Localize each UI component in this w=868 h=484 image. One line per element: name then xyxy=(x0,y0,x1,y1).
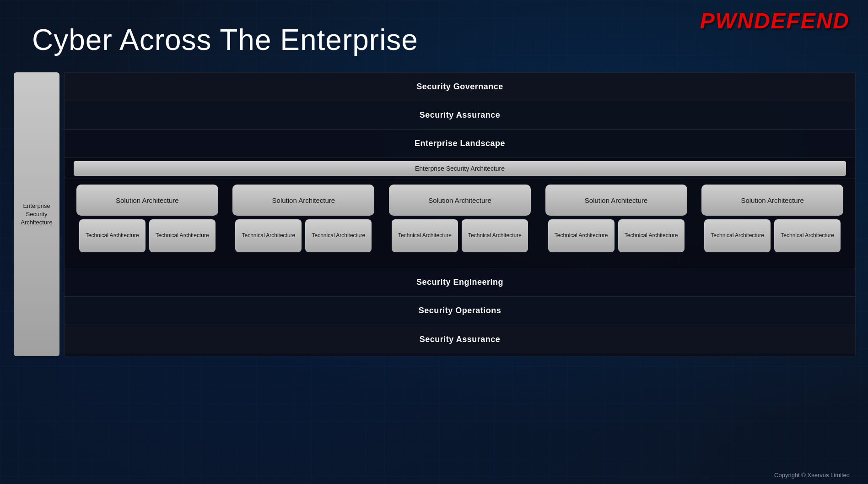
tech-box-3-1: Technical Architecture xyxy=(392,219,458,252)
tech-box-label-2-1: Technical Architecture xyxy=(242,232,296,239)
solution-col-2: Solution Architecture Technical Architec… xyxy=(227,185,379,252)
tech-box-1-2: Technical Architecture xyxy=(149,219,216,252)
solutions-row: Solution Architecture Technical Architec… xyxy=(65,179,855,268)
solution-title-1: Solution Architecture xyxy=(116,196,179,204)
tech-box-label-4-2: Technical Architecture xyxy=(625,232,678,239)
tech-box-5-2: Technical Architecture xyxy=(774,219,841,252)
tech-box-5-1: Technical Architecture xyxy=(704,219,771,252)
tech-box-3-2: Technical Architecture xyxy=(462,219,528,252)
enterprise-landscape-label: Enterprise Landscape xyxy=(415,139,505,148)
tech-box-label-3-1: Technical Architecture xyxy=(398,232,452,239)
tech-box-label-1-1: Technical Architecture xyxy=(86,232,139,239)
solution-col-3: Solution Architecture Technical Architec… xyxy=(384,185,536,252)
tech-box-label-5-2: Technical Architecture xyxy=(781,232,834,239)
security-assurance-top-row: Security Assurance xyxy=(65,101,855,130)
security-assurance-top-label: Security Assurance xyxy=(420,110,500,120)
security-assurance-bottom-label: Security Assurance xyxy=(420,335,500,344)
solution-title-2: Solution Architecture xyxy=(272,196,335,204)
tech-boxes-3: Technical Architecture Technical Archite… xyxy=(392,219,528,252)
security-operations-label: Security Operations xyxy=(419,306,501,315)
esa-inner-bar: Enterprise Security Architecture xyxy=(74,161,846,176)
tech-box-label-1-2: Technical Architecture xyxy=(156,232,209,239)
tech-box-4-1: Technical Architecture xyxy=(548,219,615,252)
solution-col-1: Solution Architecture Technical Architec… xyxy=(71,185,223,252)
tech-box-label-5-1: Technical Architecture xyxy=(711,232,764,239)
tech-box-label-3-2: Technical Architecture xyxy=(468,232,522,239)
tech-box-label-2-2: Technical Architecture xyxy=(312,232,366,239)
solution-title-4: Solution Architecture xyxy=(585,196,648,204)
solution-box-3: Solution Architecture xyxy=(389,185,531,216)
security-governance-label: Security Governance xyxy=(416,82,503,92)
solution-col-5: Solution Architecture Technical Architec… xyxy=(696,185,848,252)
main-content: Security Governance Security Assurance E… xyxy=(64,72,856,356)
solution-box-4: Solution Architecture xyxy=(545,185,687,216)
solution-col-4: Solution Architecture Technical Architec… xyxy=(540,185,692,252)
copyright: Copyright © Xservus Limited xyxy=(774,472,850,479)
logo: PWNDEFEND xyxy=(700,8,850,33)
solution-title-5: Solution Architecture xyxy=(741,196,804,204)
tech-box-label-4-1: Technical Architecture xyxy=(555,232,608,239)
tech-box-2-2: Technical Architecture xyxy=(305,219,372,252)
tech-boxes-4: Technical Architecture Technical Archite… xyxy=(548,219,685,252)
security-governance-row: Security Governance xyxy=(65,73,855,101)
tech-boxes-2: Technical Architecture Technical Archite… xyxy=(235,219,372,252)
tech-box-1-1: Technical Architecture xyxy=(79,219,146,252)
page-title: Cyber Across The Enterprise xyxy=(32,23,418,57)
security-engineering-label: Security Engineering xyxy=(416,277,503,287)
solution-title-3: Solution Architecture xyxy=(428,196,491,204)
security-operations-row: Security Operations xyxy=(65,297,855,325)
solution-box-5: Solution Architecture xyxy=(701,185,843,216)
enterprise-landscape-row: Enterprise Landscape xyxy=(65,130,855,158)
tech-boxes-1: Technical Architecture Technical Archite… xyxy=(79,219,216,252)
security-assurance-bottom-row: Security Assurance xyxy=(65,325,855,353)
tech-box-2-1: Technical Architecture xyxy=(235,219,302,252)
tech-boxes-5: Technical Architecture Technical Archite… xyxy=(704,219,841,252)
security-engineering-row: Security Engineering xyxy=(65,268,855,297)
tech-box-4-2: Technical Architecture xyxy=(618,219,685,252)
sidebar-label: Enterprise Security Architecture xyxy=(18,202,55,227)
esa-bar-row: Enterprise Security Architecture xyxy=(65,158,855,179)
solution-box-2: Solution Architecture xyxy=(232,185,374,216)
solution-box-1: Solution Architecture xyxy=(76,185,218,216)
esa-bar-label: Enterprise Security Architecture xyxy=(415,165,505,172)
sidebar: Enterprise Security Architecture xyxy=(14,72,59,356)
